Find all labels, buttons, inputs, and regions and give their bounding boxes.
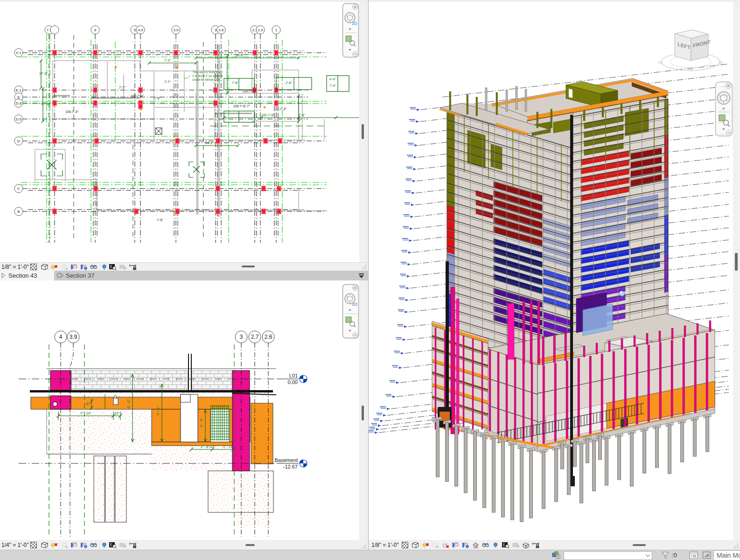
svg-text:D.5: D.5 (16, 117, 22, 121)
svg-text:17'-10": 17'-10" (41, 102, 51, 105)
svg-text:4: 4 (59, 334, 63, 340)
svg-text:7'-7": 7'-7" (164, 80, 171, 84)
svg-text:2' - 8 1/2": 2' - 8 1/2" (201, 445, 216, 449)
svg-text:7'-4": 7'-4" (154, 97, 161, 100)
svg-text:3.9: 3.9 (70, 334, 77, 340)
svg-text:1.9: 1.9 (258, 28, 263, 32)
svg-text:B: B (17, 210, 20, 214)
svg-text:-12.67: -12.67 (283, 464, 298, 469)
svg-text:26'-6": 26'-6" (236, 54, 244, 57)
svg-text:7'-8": 7'-8" (232, 81, 238, 84)
svg-text:0.00: 0.00 (288, 379, 298, 385)
svg-text:1 to level 2 so column: 1 to level 2 so column (192, 74, 223, 77)
svg-text:2'-8": 2'-8" (286, 81, 292, 84)
svg-text:F.1: F.1 (16, 51, 21, 55)
svg-text:100-7'-3": 100-7'-3" (65, 110, 78, 113)
svg-text:5: 5 (134, 28, 136, 32)
svg-text:4'-4": 4'-4" (329, 77, 336, 81)
svg-text:D.8: D.8 (16, 101, 22, 105)
svg-text:7'-8": 7'-8" (299, 113, 305, 117)
svg-text:3: 3 (240, 334, 243, 340)
svg-text:2D: 2D (352, 302, 357, 307)
svg-text:10": 10" (114, 411, 119, 415)
svg-text:E.1: E.1 (16, 88, 22, 92)
svg-text:27'-6": 27'-6" (39, 72, 48, 75)
svg-text:2D: 2D (352, 21, 357, 26)
svg-text:100-7'-4": 100-7'-4" (131, 94, 144, 98)
svg-text:100-7'-3": 100-7'-3" (243, 90, 256, 93)
svg-text:could be below slab: could be below slab (192, 78, 220, 81)
svg-text:24'-2": 24'-2" (205, 141, 214, 145)
svg-text:100-7'-8": 100-7'-8" (261, 113, 274, 117)
svg-text:1' - 11": 1' - 11" (223, 445, 234, 449)
svg-text:100-7'-6'-7": 100-7'-6'-7" (233, 105, 250, 108)
svg-text:1: 1 (275, 28, 278, 32)
svg-text:C: C (17, 187, 20, 191)
svg-text:100-7'-3": 100-7'-3" (273, 107, 286, 111)
svg-text:4.9: 4.9 (138, 28, 143, 32)
svg-text:L01: L01 (289, 373, 298, 378)
svg-text:Basement: Basement (274, 457, 298, 463)
svg-text:5' - 4": 5' - 4" (199, 418, 203, 427)
svg-text:8": 8" (85, 402, 90, 405)
svg-text:9' - 6": 9' - 6" (156, 406, 160, 415)
svg-text:2.7: 2.7 (251, 334, 259, 340)
svg-text:7'-4": 7'-4" (329, 84, 336, 87)
svg-text:3.9: 3.9 (173, 28, 179, 32)
svg-text:This wall is from level: This wall is from level (192, 70, 223, 74)
svg-text:3: 3 (215, 28, 217, 32)
svg-text:2.6: 2.6 (265, 334, 272, 340)
svg-text:7' - 10": 7' - 10" (80, 411, 91, 415)
svg-text:7'-7": 7'-7" (119, 86, 126, 89)
svg-text:7'-5": 7'-5" (157, 218, 163, 222)
svg-text:8' - 6": 8' - 6" (126, 399, 131, 408)
svg-text:6: 6 (94, 28, 97, 32)
svg-text:7'-3": 7'-3" (164, 59, 171, 62)
svg-text:D: D (17, 139, 20, 143)
svg-text:2.6: 2.6 (218, 28, 224, 32)
